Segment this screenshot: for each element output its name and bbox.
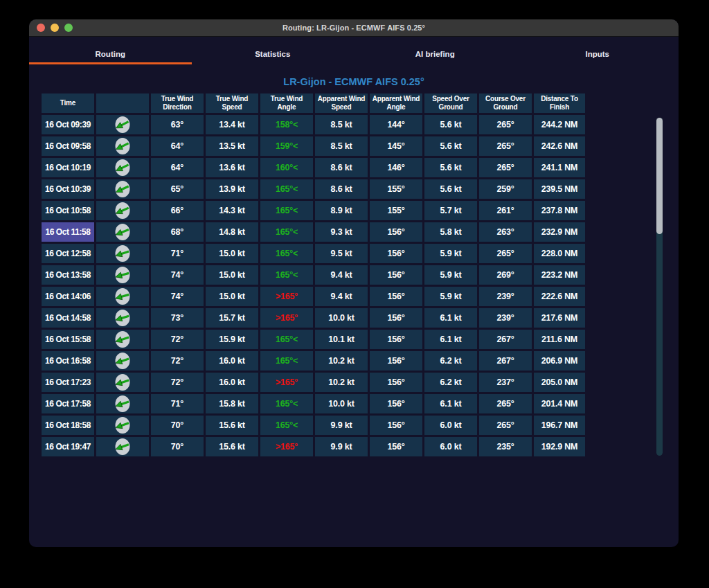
window-titlebar[interactable]: Routing: LR-Gijon - ECMWF AIFS 0.25°	[29, 19, 679, 37]
apparent-wind-speed-cell: 8.5 kt	[315, 136, 368, 156]
wind-arrow-cell	[96, 437, 149, 456]
tab-inputs[interactable]: Inputs	[517, 37, 679, 64]
time-cell[interactable]: 16 Oct 19:47	[42, 437, 94, 456]
speed-over-ground-cell: 5.8 kt	[424, 222, 477, 242]
speed-over-ground-cell: 6.1 kt	[424, 330, 477, 349]
true-wind-speed-cell: 15.0 kt	[206, 244, 258, 263]
scrollbar-track[interactable]	[656, 118, 663, 456]
true-wind-speed-cell: 13.6 kt	[206, 158, 258, 177]
apparent-wind-speed-cell: 10.1 kt	[315, 330, 368, 349]
apparent-wind-speed-cell: 10.0 kt	[315, 308, 368, 328]
wind-direction-arrow-icon	[114, 202, 131, 220]
time-cell[interactable]: 16 Oct 09:39	[42, 115, 94, 134]
course-over-ground-cell: 259°	[479, 179, 532, 199]
window-close-button[interactable]	[37, 24, 45, 32]
apparent-wind-angle-cell: 145°	[370, 136, 422, 156]
course-over-ground-cell: 265°	[479, 416, 532, 435]
true-wind-speed-cell: 15.0 kt	[206, 265, 258, 285]
traffic-lights	[37, 24, 73, 32]
time-cell[interactable]: 16 Oct 11:58	[42, 222, 94, 242]
true-wind-speed-cell: 15.6 kt	[206, 416, 258, 435]
true-wind-direction-cell: 72°	[151, 351, 204, 371]
course-over-ground-cell: 263°	[479, 222, 532, 242]
apparent-wind-angle-cell: 156°	[370, 308, 422, 328]
true-wind-angle-cell: 165°<	[260, 222, 313, 242]
time-cell[interactable]: 16 Oct 13:58	[42, 265, 94, 285]
true-wind-angle-cell: 165°<	[260, 179, 313, 199]
true-wind-angle-cell: >165°	[260, 308, 313, 328]
true-wind-speed-cell: 15.6 kt	[206, 437, 258, 456]
time-cell[interactable]: 16 Oct 10:58	[42, 201, 94, 220]
tab-routing[interactable]: Routing	[29, 37, 192, 64]
time-cell[interactable]: 16 Oct 14:06	[42, 287, 94, 306]
distance-to-finish-cell: 211.6 NM	[534, 330, 585, 349]
true-wind-angle-cell: 165°<	[260, 265, 313, 285]
true-wind-angle-cell: 160°<	[260, 158, 313, 177]
distance-to-finish-cell: 232.9 NM	[534, 222, 585, 242]
true-wind-speed-cell: 15.8 kt	[206, 394, 258, 413]
col-header-true-wind-speed: True Wind Speed	[206, 93, 258, 113]
true-wind-direction-cell: 73°	[151, 308, 204, 328]
time-cell[interactable]: 16 Oct 14:58	[42, 308, 94, 328]
true-wind-angle-cell: >165°	[260, 373, 313, 392]
scrollbar-thumb[interactable]	[656, 118, 663, 234]
apparent-wind-angle-cell: 156°	[370, 244, 422, 263]
time-cell[interactable]: 16 Oct 09:58	[42, 136, 94, 156]
time-cell[interactable]: 16 Oct 12:58	[42, 244, 94, 263]
page-title: LR-Gijon - ECMWF AIFS 0.25°	[29, 76, 679, 87]
true-wind-direction-cell: 74°	[151, 265, 204, 285]
true-wind-angle-cell: 158°<	[260, 115, 313, 134]
true-wind-angle-cell: 165°<	[260, 330, 313, 349]
window-zoom-button[interactable]	[64, 24, 73, 32]
true-wind-direction-cell: 65°	[151, 179, 204, 199]
apparent-wind-speed-cell: 9.3 kt	[315, 222, 368, 242]
col-header-true-wind-direction: True Wind Direction	[151, 93, 204, 113]
wind-direction-arrow-icon	[114, 244, 131, 262]
true-wind-direction-cell: 71°	[151, 244, 204, 263]
col-header-true-wind-angle: True Wind Angle	[260, 93, 313, 113]
true-wind-angle-cell: 165°<	[260, 244, 313, 263]
wind-arrow-cell	[96, 158, 149, 177]
true-wind-direction-cell: 64°	[151, 158, 204, 177]
col-header-time: Time	[42, 93, 94, 113]
apparent-wind-speed-cell: 9.5 kt	[315, 244, 368, 263]
true-wind-direction-cell: 70°	[151, 416, 204, 435]
course-over-ground-cell: 261°	[479, 201, 532, 220]
course-over-ground-cell: 265°	[479, 136, 532, 156]
apparent-wind-speed-cell: 8.5 kt	[315, 115, 368, 134]
apparent-wind-speed-cell: 8.6 kt	[315, 179, 368, 199]
window-minimize-button[interactable]	[51, 24, 59, 32]
true-wind-speed-cell: 13.9 kt	[206, 179, 258, 199]
true-wind-angle-cell: 165°<	[260, 351, 313, 371]
tab-bar: RoutingStatisticsAI briefingInputs	[29, 37, 679, 64]
time-cell[interactable]: 16 Oct 10:19	[42, 158, 94, 177]
true-wind-direction-cell: 68°	[151, 222, 204, 242]
time-cell[interactable]: 16 Oct 16:58	[42, 351, 94, 371]
true-wind-direction-cell: 70°	[151, 437, 204, 456]
wind-direction-arrow-icon	[114, 159, 131, 177]
time-cell[interactable]: 16 Oct 18:58	[42, 416, 94, 435]
apparent-wind-angle-cell: 156°	[370, 287, 422, 306]
time-cell[interactable]: 16 Oct 10:39	[42, 179, 94, 199]
true-wind-angle-cell: >165°	[260, 437, 313, 456]
speed-over-ground-cell: 6.1 kt	[424, 394, 477, 413]
time-cell[interactable]: 16 Oct 15:58	[42, 330, 94, 349]
wind-arrow-cell	[96, 265, 149, 285]
course-over-ground-cell: 237°	[479, 373, 532, 392]
true-wind-speed-cell: 15.7 kt	[206, 308, 258, 328]
apparent-wind-speed-cell: 10.0 kt	[315, 394, 368, 413]
tab-ai-briefing[interactable]: AI briefing	[354, 37, 517, 64]
apparent-wind-angle-cell: 146°	[370, 158, 422, 177]
wind-direction-arrow-icon	[114, 223, 131, 241]
tab-statistics[interactable]: Statistics	[192, 37, 354, 64]
apparent-wind-speed-cell: 10.2 kt	[315, 351, 368, 371]
wind-direction-arrow-icon	[114, 287, 131, 305]
distance-to-finish-cell: 201.4 NM	[534, 394, 585, 413]
wind-arrow-cell	[96, 201, 149, 220]
time-cell[interactable]: 16 Oct 17:23	[42, 373, 94, 392]
true-wind-speed-cell: 16.0 kt	[206, 351, 258, 371]
time-cell[interactable]: 16 Oct 17:58	[42, 394, 94, 413]
apparent-wind-speed-cell: 9.9 kt	[315, 416, 368, 435]
apparent-wind-angle-cell: 156°	[370, 265, 422, 285]
col-header-speed-over-ground: Speed Over Ground	[424, 93, 477, 113]
